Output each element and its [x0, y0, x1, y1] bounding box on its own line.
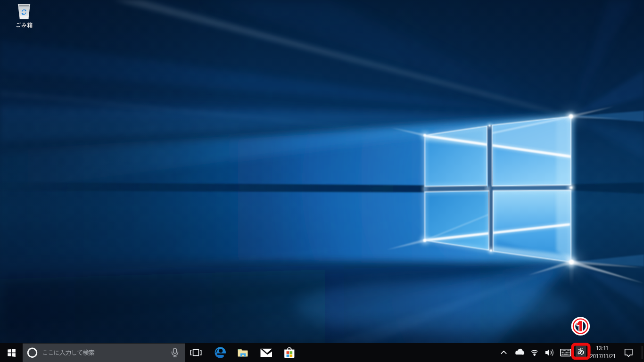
svg-text:13:11: 13:11	[596, 345, 609, 352]
svg-text:2017/11/21: 2017/11/21	[590, 353, 616, 360]
